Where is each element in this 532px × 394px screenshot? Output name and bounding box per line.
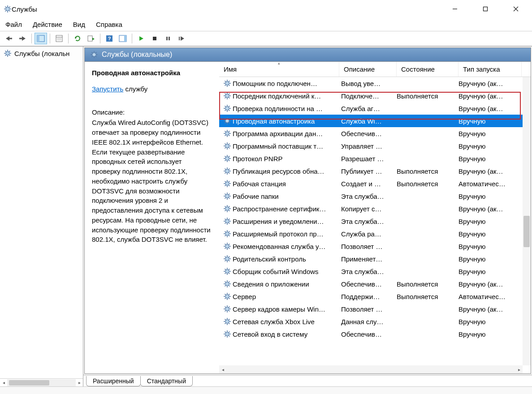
list-vscrollbar[interactable] — [523, 77, 531, 365]
show-hide-tree-button[interactable] — [35, 33, 47, 44]
service-description: Служба ра… — [339, 230, 397, 238]
service-row[interactable]: Проводная автонастройкаСлужба Wi…Вручную — [219, 115, 531, 127]
service-state: Выполняется — [397, 180, 458, 188]
show-hide-actionpane-button[interactable] — [117, 33, 129, 44]
svg-marker-13 — [6, 36, 9, 41]
service-name: Рабочие папки — [233, 193, 339, 200]
service-startup: Вручную — [458, 230, 526, 238]
service-row[interactable]: Сервер кадров камеры Win…Позволяет …Вруч… — [219, 303, 531, 315]
svg-rect-14 — [9, 38, 12, 39]
column-name[interactable]: Имя — [219, 62, 339, 77]
service-description: Служба Wi… — [339, 117, 397, 125]
service-name: Публикация ресурсов обна… — [233, 167, 339, 175]
service-description: Создает и … — [339, 180, 397, 188]
svg-marker-30 — [139, 36, 143, 41]
service-name: Расширения и уведомлени… — [233, 218, 339, 225]
export-list-button[interactable] — [85, 33, 97, 44]
tree-node-services[interactable]: Службы (локальн — [0, 47, 83, 60]
view-tabs: Расширенный Стандартный — [83, 375, 532, 386]
service-row[interactable]: Сборщик событий WindowsЭта служба…Вручну… — [219, 265, 531, 278]
start-service-link[interactable]: Запустить — [92, 85, 123, 93]
refresh-button[interactable] — [71, 33, 84, 44]
stop-service-button[interactable] — [148, 33, 161, 44]
service-row[interactable]: Протокол PNRPРазрешает …Вручную — [219, 152, 531, 165]
menu-action[interactable]: Действие — [33, 21, 62, 28]
gear-icon — [223, 317, 231, 325]
services-pane: Службы (локальные) Проводная автонастрой… — [84, 47, 531, 374]
service-row[interactable]: Рекомендованная служба у…Позволяет …Вруч… — [219, 240, 531, 253]
maximize-button[interactable] — [476, 2, 494, 16]
service-row[interactable]: Программа архивации дан…Обеспечив…Вручну… — [219, 127, 531, 140]
service-name: Сервер — [233, 293, 339, 300]
service-startup: Вручную — [458, 268, 526, 275]
column-state[interactable]: Состояние — [397, 62, 458, 77]
restart-service-button[interactable] — [175, 33, 188, 44]
service-startup: Автоматичес… — [458, 180, 526, 188]
pane-header: Службы (локальные) — [85, 48, 531, 62]
service-startup: Вручную (ак… — [458, 305, 526, 313]
tab-standard[interactable]: Стандартный — [140, 376, 193, 386]
service-description: Служба аг… — [339, 105, 397, 112]
service-startup: Вручную (ак… — [458, 80, 526, 87]
close-button[interactable] — [507, 2, 525, 16]
service-description: Подключе… — [339, 92, 397, 100]
service-description: Вывод уве… — [339, 80, 397, 87]
app-icon — [4, 5, 12, 13]
service-row[interactable]: Родительский контрольПрименяет…Вручную — [219, 253, 531, 265]
back-button[interactable] — [3, 33, 15, 44]
menubar: Файл Действие Вид Справка — [0, 18, 532, 31]
gear-icon — [223, 92, 231, 100]
service-description: Публикует … — [339, 167, 397, 175]
menu-file[interactable]: Файл — [5, 21, 22, 28]
service-name: Программа архивации дан… — [233, 130, 339, 137]
svg-rect-33 — [169, 37, 170, 40]
service-state: Выполняется — [397, 167, 458, 175]
pause-service-button[interactable] — [162, 33, 174, 44]
tree-hscrollbar[interactable]: ◂▸ — [0, 378, 83, 386]
service-row[interactable]: Сетевая служба Xbox LiveДанная слу…Вручн… — [219, 315, 531, 328]
service-name: Сервер кадров камеры Win… — [233, 305, 339, 313]
service-row[interactable]: Расширения и уведомлени…Эта служба…Вручн… — [219, 215, 531, 227]
service-row[interactable]: Помощник по подключен…Вывод уве…Вручную … — [219, 77, 531, 90]
start-service-suffix: службу — [123, 85, 147, 93]
list-hscrollbar[interactable]: ◂▸ — [219, 365, 523, 373]
svg-rect-34 — [179, 37, 180, 40]
help-button[interactable]: ? — [103, 33, 116, 44]
service-row[interactable]: Распространение сертифик…Копирует с…Вруч… — [219, 202, 531, 215]
service-row[interactable]: Программный поставщик т…Управляет …Вручн… — [219, 140, 531, 152]
service-description: Эта служба… — [339, 193, 397, 200]
menu-help[interactable]: Справка — [96, 21, 122, 28]
service-row[interactable]: СерверПоддержи…ВыполняетсяАвтоматичес… — [219, 290, 531, 303]
service-description: Применяет… — [339, 255, 397, 263]
tab-extended[interactable]: Расширенный — [86, 376, 141, 386]
description-label: Описание: — [92, 107, 212, 117]
service-row[interactable]: Рабочая станцияСоздает и …ВыполняетсяАвт… — [219, 177, 531, 190]
service-startup: Вручную — [458, 330, 526, 338]
service-name: Родительский контроль — [233, 255, 339, 263]
svg-marker-35 — [181, 36, 184, 41]
column-description[interactable]: Описание — [339, 62, 397, 77]
properties-button[interactable] — [53, 33, 65, 44]
service-name: Рабочая станция — [233, 180, 339, 188]
forward-button[interactable] — [16, 33, 29, 44]
service-row[interactable]: Рабочие папкиЭта служба…Вручную — [219, 190, 531, 202]
service-row[interactable]: Публикация ресурсов обна…Публикует …Выпо… — [219, 165, 531, 177]
service-startup: Вручную (ак… — [458, 205, 526, 213]
start-service-button[interactable] — [135, 33, 147, 44]
service-row[interactable]: Посредник подключений к…Подключе…Выполня… — [219, 90, 531, 102]
service-row[interactable]: Сетевой вход в системуОбеспечив…Вручную — [219, 328, 531, 340]
gear-icon — [4, 49, 12, 57]
detail-pane: Проводная автонастройка Запустить службу… — [85, 62, 219, 373]
svg-rect-32 — [166, 37, 168, 40]
service-row[interactable]: Расширяемый протокол пр…Служба ра…Вручну… — [219, 227, 531, 240]
service-state: Выполняется — [397, 280, 458, 288]
service-startup: Вручную (ак… — [458, 105, 526, 112]
svg-rect-10 — [484, 7, 488, 11]
service-row[interactable]: Сведения о приложенииОбеспечив…Выполняет… — [219, 278, 531, 290]
column-startup[interactable]: Тип запуска — [458, 62, 522, 77]
gear-icon — [223, 154, 231, 163]
service-row[interactable]: Проверка подлинности на …Служба аг…Вручн… — [219, 102, 531, 115]
gear-icon — [223, 205, 231, 213]
minimize-button[interactable] — [446, 2, 464, 16]
menu-view[interactable]: Вид — [73, 21, 85, 28]
